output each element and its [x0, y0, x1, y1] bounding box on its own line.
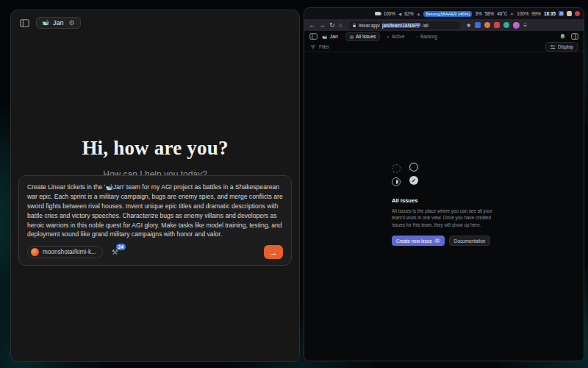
extension-teal-icon[interactable] — [503, 22, 509, 28]
bookmark-star-icon[interactable]: ★ — [466, 22, 471, 29]
tab-all-issues[interactable]: ◎ All Issues — [345, 32, 381, 41]
empty-state: ✓ All issues All issues is the place whe… — [392, 164, 502, 246]
team-whale-emoji-icon: 🐋 — [322, 34, 328, 39]
thread-team-pill[interactable]: 🐋 Jan ⚙ — [36, 17, 81, 29]
status-in-progress-icon — [392, 177, 401, 186]
volume-percent: 62% — [404, 11, 414, 16]
chat-toolbar: moonshotai/kimi-k... ⚒ 24 → — [27, 245, 283, 259]
tab-active[interactable]: ◐ Active — [382, 32, 409, 41]
status-todo-icon — [409, 163, 418, 171]
empty-state-title: All issues — [392, 197, 502, 204]
linear-app: 🐋 Jan ◎ All Issues ◐ Active ◌ Backlog — [304, 31, 584, 361]
display-label: Display — [558, 44, 573, 49]
battery-icon — [375, 12, 381, 15]
memory-stat: 58% — [485, 11, 495, 16]
brightness-icon: ☀ — [510, 12, 514, 16]
reload-icon[interactable]: ↻ — [329, 22, 335, 29]
send-arrow-icon: → — [270, 248, 278, 257]
tab-backlog[interactable]: ◌ Backlog — [411, 32, 441, 41]
filter-icon — [310, 44, 316, 50]
browser-menu-icon[interactable]: ≡ — [523, 22, 527, 29]
disk-stat: 99% — [531, 11, 541, 16]
back-icon[interactable]: ← — [309, 22, 315, 29]
tab-all-issues-label: All Issues — [356, 34, 376, 39]
display-sliders-icon — [550, 44, 556, 50]
create-shortcut-key: C — [434, 238, 440, 243]
system-status-bar: 100% ◀ 62% ▲ Belong38AAE9 (46%) 3% 58% 4… — [304, 8, 584, 19]
temperature-stat: 46°C — [497, 11, 507, 16]
side-panel-icon[interactable] — [571, 33, 578, 40]
lock-icon — [352, 23, 356, 28]
documentation-label: Documentation — [454, 238, 485, 244]
create-new-issue-label: Create new issue — [396, 238, 432, 244]
empty-state-description: All issues is the place where you can se… — [392, 208, 496, 228]
volume-icon: ◀ — [398, 12, 401, 16]
wifi-icon: ▲ — [417, 12, 420, 16]
backlog-icon: ◌ — [415, 35, 418, 39]
model-selector[interactable]: moonshotai/kimi-k... — [27, 246, 103, 258]
url-selected-text: jani/team/JANAPP — [382, 23, 420, 28]
view-tabs: ◎ All Issues ◐ Active ◌ Backlog — [345, 32, 442, 41]
tab-active-label: Active — [392, 34, 404, 39]
filter-button[interactable]: Filter — [310, 44, 329, 50]
jan-header: 🐋 Jan ⚙ — [18, 17, 81, 29]
filter-bar: Filter Display — [304, 42, 584, 52]
tools-count-badge: 24 — [116, 244, 126, 250]
documentation-button[interactable]: Documentation — [449, 236, 490, 246]
model-provider-icon — [31, 248, 39, 256]
thread-title: Jan — [53, 19, 64, 26]
brightness-stat: 100% — [517, 11, 528, 16]
team-name-label: Jan — [330, 34, 338, 39]
send-button[interactable]: → — [264, 245, 283, 259]
extension-shield-icon[interactable] — [475, 22, 481, 28]
jan-welcome: Hi, how are you? How can I help you toda… — [11, 137, 299, 180]
url-prefix: linear.app/ — [359, 23, 380, 28]
greeting-heading: Hi, how are you? — [11, 137, 299, 160]
jan-app-window: 🐋 Jan ⚙ Hi, how are you? How can I help … — [10, 10, 300, 362]
record-indicator-icon[interactable] — [575, 11, 580, 16]
desktop-wallpaper: 🐋 Jan ⚙ Hi, how are you? How can I help … — [0, 0, 588, 368]
battery-percent: 100% — [384, 11, 395, 16]
extension-red-icon[interactable] — [494, 22, 500, 28]
sidebar-toggle-icon[interactable] — [18, 17, 30, 29]
linear-sidebar-toggle-icon[interactable] — [309, 33, 318, 40]
tools-button[interactable]: ⚒ 24 — [112, 248, 118, 256]
create-new-issue-button[interactable]: Create new issue C — [392, 236, 445, 246]
chat-input-card[interactable]: Create Linear tickets in the '🐋Jan' team… — [18, 175, 292, 266]
clock[interactable]: 18:35 — [544, 11, 556, 16]
gear-icon[interactable]: ⚙ — [69, 19, 75, 26]
tab-backlog-label: Backlog — [420, 34, 437, 39]
browser-window: 100% ◀ 62% ▲ Belong38AAE9 (46%) 3% 58% 4… — [304, 7, 584, 361]
whale-emoji-icon: 🐋 — [42, 20, 49, 26]
linear-header: 🐋 Jan ◎ All Issues ◐ Active ◌ Backlog — [304, 31, 584, 42]
profile-avatar[interactable] — [513, 22, 520, 29]
address-bar[interactable]: linear.app/jani/team/JANAPP/all — [348, 21, 460, 29]
prompt-text-input[interactable]: Create Linear tickets in the '🐋Jan' team… — [27, 183, 283, 239]
url-suffix: /all — [423, 23, 429, 28]
display-button[interactable]: Display — [545, 42, 578, 52]
mail-indicator-icon[interactable]: ✉ — [559, 11, 564, 16]
tray-app-icon[interactable] — [567, 11, 572, 16]
notifications-bell-icon[interactable] — [559, 33, 566, 40]
model-name-label: moonshotai/kimi-k... — [43, 249, 96, 255]
linear-header-actions — [559, 33, 578, 40]
extension-orange-icon[interactable] — [484, 22, 490, 28]
forward-icon[interactable]: → — [319, 22, 326, 29]
network-badge[interactable]: Belong38AAE9 (46%) — [423, 11, 472, 17]
filter-label: Filter — [319, 44, 329, 49]
browser-toolbar: ← → ↻ ⌂ linear.app/jani/team/JANAPP/all … — [304, 19, 584, 31]
status-icon-cluster: ✓ — [392, 164, 421, 186]
cpu-stat: 3% — [475, 11, 481, 16]
all-issues-icon: ◎ — [350, 35, 354, 39]
home-icon[interactable]: ⌂ — [339, 22, 343, 29]
status-done-icon: ✓ — [409, 176, 418, 185]
status-backlog-icon — [392, 164, 401, 173]
active-icon: ◐ — [387, 35, 390, 39]
empty-state-actions: Create new issue C Documentation — [392, 236, 502, 246]
team-breadcrumb[interactable]: 🐋 Jan — [322, 34, 338, 39]
